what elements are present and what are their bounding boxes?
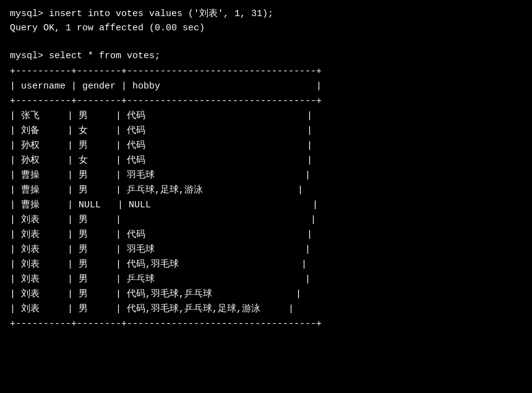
table-separator-bottom: +----------+--------+-------------------…	[10, 317, 522, 332]
select-command-line: mysql> select * from votes;	[10, 50, 522, 64]
blank-line	[10, 35, 522, 50]
query-ok-line: Query OK, 1 row affected (0.00 sec)	[10, 22, 522, 36]
terminal-window: mysql> insert into votes values ('刘表', 1…	[10, 7, 522, 332]
table-row: | 刘表 | 男 | 代码,羽毛球 |	[10, 257, 522, 272]
table-header: | username | gender | hobby |	[10, 79, 522, 94]
table-row: | 孙权 | 男 | 代码 |	[10, 139, 522, 153]
table-row: | 张飞 | 男 | 代码 |	[10, 109, 522, 124]
command-line-1: mysql> insert into votes values ('刘表', 1…	[10, 7, 522, 22]
table-row: | 刘表 | 男 | 羽毛球 |	[10, 243, 522, 257]
table-row: | 刘表 | 男 | 代码 |	[10, 228, 522, 243]
table-row: | 刘表 | 男 | 代码,羽毛球,乒乓球,足球,游泳 |	[10, 302, 522, 317]
table-row: | 刘表 | 男 | 乒乓球 |	[10, 272, 522, 287]
table-row: | 曹操 | 男 | 乒乓球,足球,游泳 |	[10, 183, 522, 198]
table-row: | 曹操 | NULL | NULL |	[10, 198, 522, 213]
query-result-table: +----------+--------+-------------------…	[10, 64, 522, 332]
table-row: | 刘备 | 女 | 代码 |	[10, 124, 522, 139]
table-separator-top: +----------+--------+-------------------…	[10, 64, 522, 79]
table-row: | 刘表 | 男 | 代码,羽毛球,乒乓球 |	[10, 287, 522, 302]
table-separator-header: +----------+--------+-------------------…	[10, 94, 522, 109]
table-row: | 刘表 | 男 | |	[10, 213, 522, 228]
table-row: | 曹操 | 男 | 羽毛球 |	[10, 168, 522, 183]
table-row: | 孙权 | 女 | 代码 |	[10, 153, 522, 168]
